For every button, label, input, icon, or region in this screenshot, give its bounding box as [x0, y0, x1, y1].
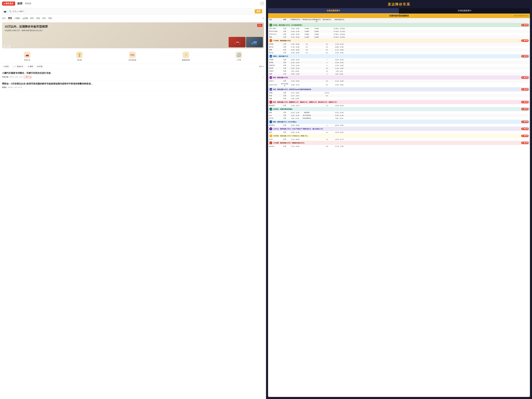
cell-0-3-0: 海豹 — [269, 36, 281, 38]
car-tag-a4l[interactable]: ○○○○ 奥迪A4L — [12, 65, 25, 68]
quick-icons: 🚗 车型大全 🏆 排行榜 ¥500 全车系补贴 ⚡ 新能源评测 🔄 二手车 — [0, 50, 266, 63]
tab-new-energy[interactable]: 新能源 — [25, 2, 31, 5]
cell-4-0-5: 0.6-0.8 — [321, 92, 333, 94]
tab-follow[interactable]: 关注 — [2, 17, 6, 20]
usedcar-label: 二手车 — [236, 59, 241, 61]
table-title-text: 全国补贴车型优惠情况 — [389, 14, 409, 17]
table-row: 星瑞全系11.37 - 14.570.5 — [268, 94, 530, 97]
car-tag-civic[interactable]: H 思域 — [2, 65, 10, 68]
table-row: 海豹全系21.28 - 28.980.88880.888820.3912 - 2… — [268, 36, 530, 38]
brand-header-0: BYD比亚迪：最高优惠0.88万元（88元抵扣购车款）🔔 懂车帮 — [268, 23, 530, 27]
quick-icon-usedcar[interactable]: 🔄 二手车 — [236, 52, 242, 61]
table-row: 威兰达全系17.38 - 24.880.50.516.88 - 24.38 — [268, 46, 530, 48]
news-close-1[interactable]: ✕ — [262, 76, 264, 78]
brand-logo-7: Ford — [269, 120, 272, 123]
cell-2-0-0: 开拓者 — [269, 59, 281, 61]
search-input[interactable] — [13, 10, 254, 13]
cell-7-0-6: 20.99 - 32.99 — [333, 125, 346, 126]
cell-10-0-0: MULAN — [269, 146, 281, 147]
cell-9-0-1: 全系 — [281, 138, 289, 140]
banner[interactable]: 15万以内，近期降价补贴车型推荐 30品牌加入降价大军，雅阁/君威/雪铁龙C6怎… — [2, 22, 264, 48]
tab-newcar[interactable]: 新车 — [30, 17, 34, 20]
price-attack-button[interactable]: 降价直击 — [2, 1, 15, 6]
news-time-2: 前天 16:35 — [14, 86, 22, 89]
brand-header-2: Chevy雪佛兰：最高优惠7万元🔔 懂车帮 — [268, 54, 530, 58]
tab-guide[interactable]: 导购 — [48, 17, 52, 20]
brand-name-6: 北京现代：税费/保费/保养减免 — [273, 108, 520, 110]
cell-2-2-0: 迈锐宝XL — [269, 64, 281, 66]
search-icon: 🔍 — [9, 10, 12, 13]
cell-1-0-5: 0.5 — [321, 43, 333, 45]
brand-name-10: 上汽名爵：最高优惠0.8万元（增换购补贴8000元） — [273, 142, 520, 144]
cell-1-3-2: 12.58 - 16.98 — [289, 52, 302, 53]
cell-3-0-0: AION Y — [269, 80, 281, 82]
nav-more-icon[interactable]: ☰ — [262, 17, 264, 19]
quick-icon-car-types[interactable]: 🚗 车型大全 — [24, 52, 30, 61]
banner-subtitle: 30品牌加入降价大军，雅阁/君威/雪铁龙C6怎么选？ — [5, 29, 48, 32]
cell-2-2-6: 12.59 - 16.99 — [333, 65, 346, 66]
cell-6-0-2: 16.18 - 22.58 — [289, 112, 302, 113]
tab-live[interactable]: 📊直播 — [22, 17, 28, 20]
tab-regional[interactable]: 区域优惠更新中 — [399, 8, 530, 13]
tab-recommend[interactable]: 推荐 — [17, 2, 22, 5]
col-header-6: 补贴后价格(万元) — [333, 19, 346, 22]
tab-selected[interactable]: 精选 — [8, 17, 12, 20]
cell-3-0-5: 0.5 — [321, 80, 333, 82]
quick-icon-subsidy[interactable]: ¥500 全车系补贴 — [128, 52, 136, 61]
cell-1-2-2: 21.68 - 30.38 — [289, 49, 302, 51]
cell-4-0-2: 13.72 - 18.52 — [289, 92, 302, 94]
add-button[interactable]: + — [260, 2, 264, 6]
cell-6-2-1: 全系 — [281, 117, 289, 119]
cell-7-0-5: 4 — [321, 125, 333, 126]
tab-national[interactable]: 全国优惠更新中 — [268, 8, 399, 13]
cell-3-1-2: 13.98 - 19.16 — [289, 84, 302, 86]
search-button[interactable]: 搜索 — [255, 9, 262, 13]
cell-4-2-1: 全系 — [281, 98, 289, 100]
cell-0-3-1: 全系 — [281, 36, 289, 38]
newenergy-label: 新能源评测 — [182, 59, 190, 61]
cell-6-1-1: 全系 — [281, 114, 289, 116]
accord-label: 雅阁 — [30, 65, 33, 68]
cell-5-0-2: 17.98 - 23.78 — [289, 105, 302, 106]
expand-tags-button[interactable]: 展开 ▾ — [259, 65, 264, 68]
cell-4-0-0: 星越L — [269, 92, 281, 94]
table-row: 探界者全系16.99 - 23.99511.99 - 18.99 — [268, 61, 530, 64]
car-tag-sylphy[interactable]: N 轩逸 — [36, 65, 44, 68]
news-source-2: 财联社 — [2, 86, 7, 89]
tab-carplay[interactable]: 玩车 — [42, 17, 46, 20]
dongche-badge-8: 🔔 懂车帮 — [521, 128, 529, 130]
cell-4-2-2: 6.99 - 12.98 — [289, 98, 302, 99]
cell-0-2-4: 0.6888 — [312, 33, 321, 35]
cell-1-1-3: 0.5 — [302, 46, 312, 48]
quick-icon-ranking[interactable]: 🏆 排行榜 — [76, 52, 83, 61]
table-row: 星迈罗全系13.99 - 16.492.511.49 - 13.99 — [268, 67, 530, 70]
cell-1-0-0: 凯美瑞 — [269, 43, 281, 45]
tab-video[interactable]: 小视频 — [14, 17, 20, 20]
cell-2-0-5: 7 — [321, 59, 333, 61]
cell-2-1-6: 11.99 - 18.99 — [333, 62, 346, 63]
car-tags-row: H 思域 ○○○○ 奥迪A4L H 雅阁 N 轩逸 展开 ▾ — [0, 63, 266, 70]
cell-1-0-3: 0.5 — [302, 43, 312, 45]
news-item-2[interactable]: 乘联会：3月份湖北企业+政府空前优惠的购车补贴政策短期内或将对中部省份销量结构形… — [2, 80, 264, 90]
brand-name-0: 比亚迪：最高优惠0.88万元（88元抵扣购车款） — [273, 24, 520, 26]
quick-icon-newenergy[interactable]: ⚡ 新能源评测 — [182, 52, 190, 61]
cell-2-3-0: 星迈罗 — [269, 67, 281, 69]
civic-label: 思域 — [5, 65, 9, 68]
col-header-2: 厂商指导价(万元) — [289, 19, 302, 22]
brand-logo-0: BYD — [269, 24, 272, 26]
dongche-badge-4: 🔔 懂车帮 — [521, 88, 529, 90]
cell-2-3-1: 全系 — [281, 67, 289, 69]
cell-1-1-1: 全系 — [281, 46, 289, 48]
col-headers: 车型配置厂商指导价(万元)厂家补贴(万元/台)区域补贴(万元/台)综合补贴(万元… — [268, 18, 530, 23]
cell-0-1-4: 0.6888 — [312, 31, 321, 32]
cell-5-0-0: 狮铂拓界 — [269, 105, 281, 107]
col-header-3: 厂家补贴(万元/台) — [302, 19, 312, 22]
cell-1-3-1: 全系 — [281, 52, 289, 54]
cell-2-4-0: 科鲁泽 — [269, 70, 281, 72]
tab-original[interactable]: 原创 — [36, 17, 40, 20]
car-tag-accord[interactable]: H 雅阁 — [26, 65, 34, 68]
brand-header-4: Geely吉利：最高优惠0.8万元（吉利汽车App99元购买补贴抵扣券）🔔 懂车… — [268, 87, 530, 91]
news-item-1[interactable]: 小鹏汽车最新专利曝光：车辆可利用光伏进行充电 手机中国 45评论 前天 11:2… — [2, 70, 264, 80]
ranking-icon: 🏆 — [76, 52, 83, 58]
cell-8-0-6: 14.46 - 20.26 — [333, 132, 346, 133]
